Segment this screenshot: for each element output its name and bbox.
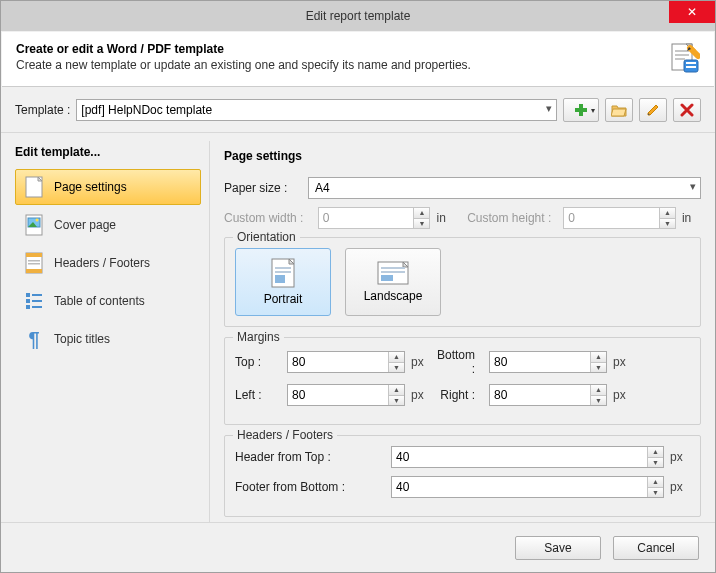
chevron-down-icon[interactable]: ▼ <box>591 396 606 406</box>
orientation-legend: Orientation <box>233 230 300 244</box>
custom-height-input: ▲▼ <box>563 207 676 229</box>
sidebar-item-label: Page settings <box>54 180 127 194</box>
svg-rect-4 <box>675 58 685 60</box>
open-template-button[interactable] <box>605 98 633 122</box>
sidebar-item-table-of-contents[interactable]: Table of contents <box>15 283 201 319</box>
orientation-landscape-button[interactable]: Landscape <box>345 248 441 316</box>
header-from-top-unit: px <box>670 450 690 464</box>
svg-rect-18 <box>26 253 42 257</box>
margin-top-unit: px <box>411 355 431 369</box>
landscape-page-icon <box>377 261 409 285</box>
svg-rect-36 <box>381 271 405 273</box>
margin-right-label: Right : <box>437 388 483 402</box>
sidebar-item-cover-page[interactable]: Cover page <box>15 207 201 243</box>
sidebar-item-headers-footers[interactable]: Headers / Footers <box>15 245 201 281</box>
header-from-top-field[interactable] <box>392 447 663 467</box>
paper-size-label: Paper size : <box>224 181 302 195</box>
chevron-up-icon: ▲ <box>660 208 675 219</box>
svg-rect-37 <box>381 275 393 281</box>
chevron-down-icon: ▼ <box>660 219 675 229</box>
header-from-top-label: Header from Top : <box>235 450 385 464</box>
content-title: Page settings <box>224 149 701 163</box>
svg-rect-31 <box>275 271 291 273</box>
orientation-fieldset: Orientation Portrait Landscape <box>224 237 701 327</box>
header-from-top-input[interactable]: ▲▼ <box>391 446 664 468</box>
content-panel: Page settings Paper size : A4 Custom wid… <box>210 141 701 522</box>
chevron-up-icon[interactable]: ▲ <box>389 352 404 363</box>
svg-rect-3 <box>675 54 689 56</box>
plus-icon <box>574 103 588 117</box>
delete-template-button[interactable] <box>673 98 701 122</box>
sidebar-item-label: Cover page <box>54 218 116 232</box>
margin-left-unit: px <box>411 388 431 402</box>
page-icon <box>24 176 44 198</box>
close-button[interactable]: ✕ <box>669 1 715 23</box>
footer-from-bottom-field[interactable] <box>392 477 663 497</box>
chevron-down-icon[interactable]: ▼ <box>591 363 606 373</box>
margin-bottom-input[interactable]: ▲▼ <box>489 351 607 373</box>
paper-size-value: A4 <box>315 181 330 195</box>
delete-icon <box>680 103 694 117</box>
margins-fieldset: Margins Top : ▲▼ px Bottom : ▲▼ px <box>224 337 701 425</box>
margin-left-field[interactable] <box>288 385 404 405</box>
cancel-button[interactable]: Cancel <box>613 536 699 560</box>
chevron-up-icon[interactable]: ▲ <box>389 385 404 396</box>
chevron-down-icon: ▼ <box>414 219 429 229</box>
dialog-footer: Save Cancel <box>1 522 715 572</box>
dialog-body: Edit template... Page settings Cover pag… <box>1 133 715 522</box>
chevron-up-icon[interactable]: ▲ <box>591 385 606 396</box>
svg-rect-2 <box>675 50 689 52</box>
pencil-icon <box>646 103 660 117</box>
margin-right-field[interactable] <box>490 385 606 405</box>
header-title: Create or edit a Word / PDF template <box>16 42 660 56</box>
sidebar-item-page-settings[interactable]: Page settings <box>15 169 201 205</box>
svg-rect-10 <box>575 108 587 112</box>
margin-bottom-field[interactable] <box>490 352 606 372</box>
chevron-down-icon[interactable]: ▼ <box>648 488 663 498</box>
margin-top-label: Top : <box>235 355 281 369</box>
save-button[interactable]: Save <box>515 536 601 560</box>
chevron-down-icon[interactable]: ▼ <box>648 458 663 468</box>
edit-template-button[interactable] <box>639 98 667 122</box>
sidebar-item-label: Topic titles <box>54 332 110 346</box>
footer-from-bottom-input[interactable]: ▲▼ <box>391 476 664 498</box>
orientation-portrait-button[interactable]: Portrait <box>235 248 331 316</box>
footer-from-bottom-label: Footer from Bottom : <box>235 480 385 494</box>
svg-rect-22 <box>26 293 30 297</box>
custom-width-input: ▲▼ <box>318 207 431 229</box>
custom-size-row: Custom width : ▲▼ in Custom height : ▲▼ … <box>224 207 701 229</box>
sidebar-title: Edit template... <box>15 145 201 159</box>
chevron-down-icon[interactable]: ▼ <box>389 396 404 406</box>
hf-legend: Headers / Footers <box>233 428 337 442</box>
header-subtitle: Create a new template or update an exist… <box>16 58 660 72</box>
svg-rect-25 <box>32 294 42 296</box>
margin-top-field[interactable] <box>288 352 404 372</box>
title-bar: Edit report template ✕ <box>1 1 715 31</box>
margin-right-input[interactable]: ▲▼ <box>489 384 607 406</box>
chevron-up-icon[interactable]: ▲ <box>648 447 663 458</box>
svg-rect-7 <box>686 66 696 68</box>
chevron-up-icon: ▲ <box>414 208 429 219</box>
header-panel: Create or edit a Word / PDF template Cre… <box>2 32 714 87</box>
margin-left-label: Left : <box>235 388 281 402</box>
svg-rect-32 <box>275 275 285 283</box>
chevron-up-icon[interactable]: ▲ <box>591 352 606 363</box>
toc-icon <box>24 290 44 312</box>
margin-bottom-unit: px <box>613 355 633 369</box>
open-folder-icon <box>611 103 627 117</box>
window-title: Edit report template <box>1 9 715 23</box>
template-dropdown[interactable]: [pdf] HelpNDoc template <box>76 99 557 121</box>
svg-point-16 <box>36 219 39 222</box>
sidebar-item-topic-titles[interactable]: ¶ Topic titles <box>15 321 201 357</box>
margin-left-input[interactable]: ▲▼ <box>287 384 405 406</box>
close-icon: ✕ <box>687 5 697 19</box>
custom-width-unit: in <box>436 211 455 225</box>
margin-top-input[interactable]: ▲▼ <box>287 351 405 373</box>
hf-icon <box>24 252 44 274</box>
paper-size-select[interactable]: A4 <box>308 177 701 199</box>
chevron-down-icon[interactable]: ▼ <box>389 363 404 373</box>
pilcrow-icon: ¶ <box>24 328 44 350</box>
chevron-up-icon[interactable]: ▲ <box>648 477 663 488</box>
svg-rect-6 <box>686 62 696 64</box>
new-template-button[interactable] <box>563 98 599 122</box>
